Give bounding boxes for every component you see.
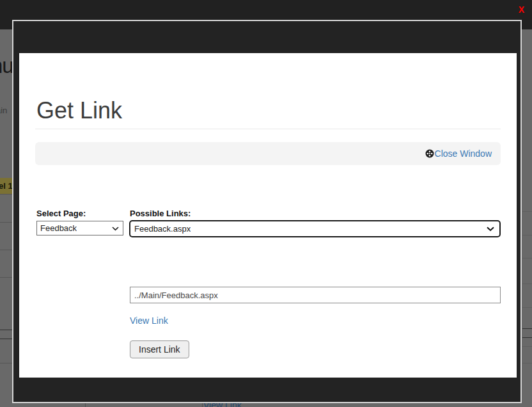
bg-table-column-line: [85, 403, 86, 407]
background-nav-fragment: ain: [0, 106, 7, 115]
possible-links-value: Feedback.aspx: [134, 224, 191, 234]
overlay-close-x[interactable]: X: [519, 4, 524, 15]
bg-table-line: [522, 211, 532, 212]
view-link[interactable]: View Link: [130, 315, 168, 326]
dialog-toolbar: Close Window: [35, 142, 501, 165]
close-window-icon: [425, 149, 434, 158]
bg-table-line: [522, 283, 532, 284]
background-heading-fragment: nu: [0, 54, 13, 78]
bg-table-line: [522, 258, 532, 259]
bg-table-line: [522, 363, 532, 363]
possible-links-dropdown[interactable]: Feedback.aspx: [129, 220, 501, 237]
bg-table-line: [522, 235, 532, 235]
bg-table-line: [0, 222, 12, 223]
bg-table-line: [0, 363, 12, 363]
title-divider: [35, 129, 501, 129]
close-window-link[interactable]: Close Window: [425, 148, 492, 159]
chevron-down-icon: [112, 223, 119, 233]
possible-links-label: Possible Links:: [130, 209, 191, 218]
background-highlighted-cell-label: el 1: [0, 178, 12, 194]
background-highlighted-cell: el 1: [0, 178, 12, 194]
select-page-value: Feedback: [40, 223, 77, 233]
bg-table-line: [0, 277, 12, 278]
dialog-title: Get Link: [36, 98, 122, 124]
bg-table-line: [0, 250, 12, 250]
bg-table-line: [0, 330, 12, 330]
bg-table-column-line: [202, 403, 203, 407]
bg-table-line: [0, 194, 12, 195]
link-url-input[interactable]: [130, 287, 501, 303]
bg-table-line: [522, 337, 532, 338]
close-window-label: Close Window: [435, 148, 492, 159]
bg-table-line: [522, 328, 532, 329]
bg-table-line: [522, 346, 532, 347]
select-page-label: Select Page:: [36, 209, 86, 218]
insert-link-button[interactable]: Insert Link: [130, 340, 189, 358]
chevron-down-icon: [487, 224, 494, 234]
select-page-dropdown[interactable]: Feedback: [36, 221, 123, 235]
bg-table-line: [0, 339, 12, 339]
bg-table-line: [522, 307, 532, 308]
get-link-dialog: Get Link Close Window Select Page: Possi…: [19, 53, 517, 378]
